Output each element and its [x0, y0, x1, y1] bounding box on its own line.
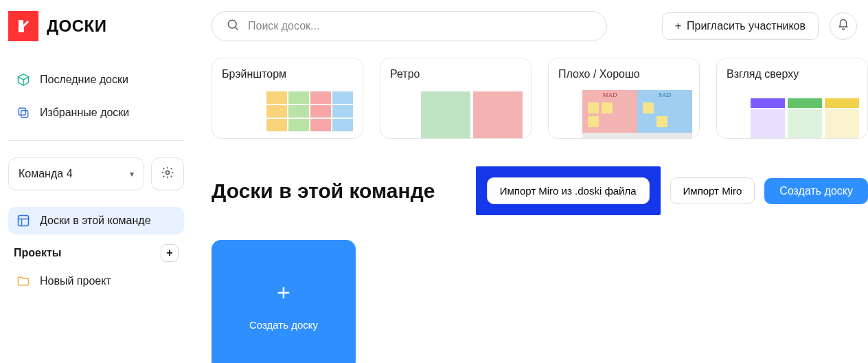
logo-icon — [8, 11, 38, 41]
template-preview — [390, 80, 521, 138]
add-project-button[interactable]: + — [161, 244, 179, 262]
cube-icon — [16, 73, 30, 87]
svg-rect-0 — [19, 108, 25, 115]
section-title: Доски в этой команде — [212, 179, 435, 203]
bell-icon — [837, 19, 849, 34]
team-select[interactable]: Команда 4 ▾ — [8, 157, 144, 190]
section-header-row: Доски в этой команде Импорт Miro из .dos… — [212, 166, 868, 215]
team-name: Команда 4 — [19, 168, 73, 180]
svg-point-4 — [228, 20, 236, 28]
notifications-button[interactable] — [830, 12, 857, 40]
sidebar-item-label: Избранные доски — [40, 107, 129, 119]
plus-icon: + — [277, 280, 290, 304]
invite-button[interactable]: + Пригласить участников — [662, 12, 819, 40]
search-icon — [226, 18, 240, 34]
template-title: Взгляд сверху — [727, 68, 858, 80]
team-selector-row: Команда 4 ▾ — [8, 157, 184, 190]
copy-icon — [16, 106, 30, 120]
sidebar-item-label: Последние доски — [40, 74, 128, 86]
create-board-tile[interactable]: + Создать доску — [212, 240, 356, 363]
svg-point-2 — [166, 171, 170, 175]
invite-label: Пригласить участников — [687, 20, 806, 32]
logo-row: ДОСКИ — [8, 11, 184, 41]
template-preview — [727, 80, 858, 138]
import-doskifile-button[interactable]: Импорт Miro из .doski файла — [487, 177, 650, 204]
template-card-retro[interactable]: Ретро — [380, 58, 532, 139]
template-card-overview[interactable]: Взгляд сверху — [716, 58, 868, 139]
template-preview: MAD SAD — [558, 80, 689, 138]
divider — [8, 140, 184, 141]
svg-rect-3 — [19, 216, 29, 226]
plus-icon: + — [675, 20, 681, 32]
plus-icon: + — [166, 247, 172, 259]
header-actions: + Пригласить участников — [662, 12, 857, 40]
app-title: ДОСКИ — [47, 16, 107, 36]
main-content: + Пригласить участников Брэйншторм Ретро — [192, 0, 868, 363]
sidebar-item-label: Доски в этой команде — [40, 214, 151, 227]
folder-icon — [16, 274, 30, 288]
header-row: + Пригласить участников — [212, 11, 868, 41]
sidebar-item-favorites[interactable]: Избранные доски — [8, 99, 184, 126]
template-card-brainstorm[interactable]: Брэйншторм — [212, 58, 363, 139]
import-miro-button[interactable]: Импорт Miro — [670, 177, 755, 204]
section-actions: Импорт Miro из .doski файла Импорт Miro … — [476, 166, 868, 215]
column-label: MAD — [582, 90, 637, 98]
chevron-down-icon: ▾ — [130, 169, 134, 179]
sidebar-item-new-project[interactable]: Новый проект — [8, 267, 184, 295]
template-title: Брэйншторм — [222, 68, 353, 80]
column-label: SAD — [637, 90, 692, 98]
template-preview — [222, 80, 353, 138]
layout-icon — [16, 214, 30, 228]
sidebar-item-team-boards[interactable]: Доски в этой команде — [8, 207, 184, 234]
search-input[interactable] — [248, 20, 593, 32]
sidebar: ДОСКИ Последние доски Избранные доски Ко… — [0, 0, 192, 363]
template-row: Брэйншторм Ретро Плохо / Хорошо MAD — [212, 58, 868, 139]
gear-icon — [161, 166, 174, 182]
sidebar-item-label: Новый проект — [40, 275, 111, 287]
template-card-bad-good[interactable]: Плохо / Хорошо MAD SAD — [548, 58, 700, 139]
create-board-label: Создать доску — [249, 319, 318, 331]
template-title: Плохо / Хорошо — [558, 68, 689, 80]
search-box[interactable] — [212, 11, 607, 41]
projects-label: Проекты — [14, 247, 61, 259]
svg-rect-1 — [21, 111, 28, 118]
projects-header: Проекты + — [8, 240, 184, 262]
template-title: Ретро — [390, 68, 521, 80]
create-board-button[interactable]: Создать доску — [764, 178, 868, 204]
team-settings-button[interactable] — [151, 157, 184, 190]
sidebar-item-recent[interactable]: Последние доски — [8, 66, 184, 94]
highlighted-import-frame: Импорт Miro из .doski файла — [476, 166, 661, 215]
